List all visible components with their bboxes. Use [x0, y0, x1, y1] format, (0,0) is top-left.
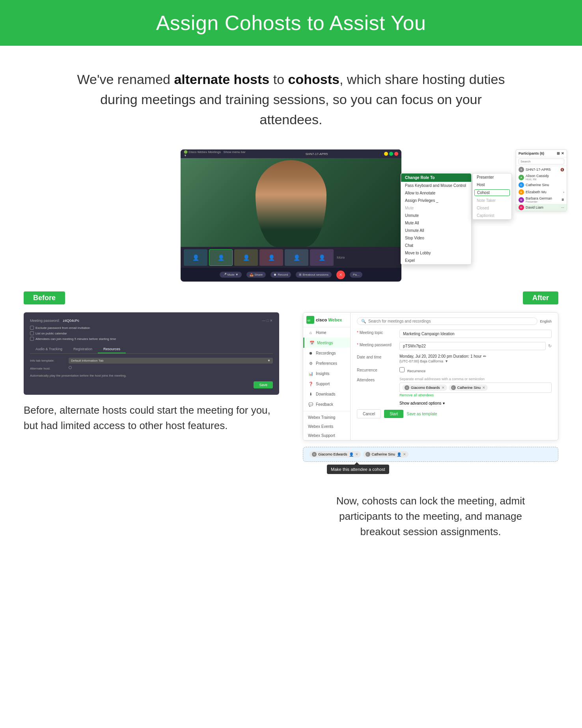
menu-item-assign-priv[interactable]: Assign Privileges _ [401, 197, 471, 204]
submenu-cohost[interactable]: Cohost [474, 189, 510, 196]
end-button[interactable]: ✕ [336, 271, 345, 279]
save-button[interactable]: Save [254, 381, 273, 388]
recurrence-label: Recurrence [357, 367, 396, 372]
info-tab-value[interactable]: Default Information Tab ▼ [69, 358, 273, 364]
alternate-host-row: Alternate host: [30, 366, 273, 371]
participant-row-5: D David Liam ⋯ [516, 204, 567, 211]
maximize-btn[interactable] [389, 152, 393, 156]
webex-content: ci cisco Webex ⌂ Home 📅 Meetings [303, 313, 558, 440]
nav-feedback[interactable]: 💬 Feedback [303, 399, 350, 409]
avatar-5: D [519, 205, 524, 210]
nav-meetings[interactable]: 📅 Meetings [303, 338, 350, 348]
menu-item-expel[interactable]: Expel [401, 257, 471, 264]
form-actions: Cancel Start Save as template [357, 409, 552, 418]
checkbox-1[interactable] [30, 326, 34, 330]
nav-preferences[interactable]: ⚙ Preferences [303, 358, 350, 368]
cancel-button[interactable]: Cancel [357, 409, 381, 418]
meeting-topic-input[interactable] [399, 330, 552, 338]
start-button[interactable]: Start [384, 410, 403, 418]
thumbnails-bar: 👤 👤 👤 👤 👤 👤 More [181, 247, 401, 268]
intro-bold1: alternate hosts [174, 72, 269, 87]
nav-downloads[interactable]: ⬇ Downloads [303, 389, 350, 399]
meeting-topic-row: * Meeting topic [357, 330, 552, 338]
edit-icon[interactable]: ✏ [483, 354, 486, 358]
submenu-host[interactable]: Host [473, 181, 511, 189]
tab-audio[interactable]: Audio & Tracking [30, 345, 68, 353]
chip-name-catherine-h: Catherine Sinu [372, 452, 395, 456]
meeting-password-input[interactable] [399, 342, 546, 350]
participant-row-4: B Barbara German Presenter 🖥 [516, 196, 567, 204]
more-icon-5[interactable]: ⋯ [561, 206, 564, 209]
insights-icon: 📊 [308, 371, 313, 376]
menu-item-pass-keyboard[interactable]: Pass Keyboard and Mouse Control [401, 182, 471, 189]
participant-name-5: David Liam [526, 205, 543, 209]
thumb-2[interactable]: 👤 [209, 249, 233, 266]
person-icon-c[interactable]: 👤 [397, 452, 401, 457]
participant-name-1: Alison Cassidy Host, Me [526, 174, 549, 181]
search-input[interactable] [368, 319, 533, 323]
record-button[interactable]: ⏺ Record [270, 272, 291, 278]
checkbox-2[interactable] [30, 331, 34, 335]
feedback-icon: 💬 [308, 401, 313, 407]
advanced-toggle[interactable]: Show advanced options ▾ [399, 401, 552, 405]
auto-play-note: Automatically play the presentation befo… [30, 374, 273, 377]
context-menu: Change Role To Pass Keyboard and Mouse C… [401, 173, 472, 265]
submenu-presenter[interactable]: Presenter [473, 174, 511, 181]
role-submenu: Presenter Host Cohost Note Taker Closed … [472, 173, 512, 220]
window-drag-handle: — □ ✕ [262, 319, 273, 323]
chip-icon-giacomo-h: G [312, 452, 317, 457]
nav-home[interactable]: ⌂ Home [303, 327, 350, 338]
search-input[interactable] [519, 159, 564, 164]
radio-button[interactable] [69, 366, 72, 369]
recurrence-checkbox[interactable] [399, 367, 405, 372]
chip-remove-catherine-h[interactable]: ✕ [403, 452, 406, 456]
close-btn[interactable] [394, 152, 398, 156]
nav-webex-support[interactable]: Webex Support [303, 431, 350, 440]
meeting-screenshot-area: 🟢 Cisco Webex Meetings Show menu bar ▼ S… [0, 146, 582, 284]
menu-item-stop-video[interactable]: Stop Video [401, 234, 471, 242]
breakout-button[interactable]: ⊞ Breakout sessions [296, 272, 332, 278]
thumb-5: 👤 [285, 249, 308, 266]
meeting-topbar: 🟢 Cisco Webex Meetings Show menu bar ▼ S… [181, 149, 401, 158]
tab-registration[interactable]: Registration [68, 345, 98, 353]
menu-item-unmute-all[interactable]: Unmute All [401, 227, 471, 234]
timezone-dropdown[interactable]: ▼ [445, 359, 448, 363]
chip-remove-giacomo[interactable]: ✕ [442, 386, 445, 390]
date-time-row: Date and time Monday, Jul 20, 2020 2:00 … [357, 354, 552, 363]
save-template-link[interactable]: Save as template [407, 412, 437, 416]
tab-resources[interactable]: Resources [98, 345, 126, 353]
menu-item-move-lobby[interactable]: Move to Lobby [401, 249, 471, 257]
menu-item-chat[interactable]: Chat [401, 242, 471, 249]
context-menu-header: Change Role To [401, 174, 471, 182]
person-icon[interactable]: 👤 [349, 452, 354, 457]
nav-insights[interactable]: 📊 Insights [303, 368, 350, 379]
meeting-logo-text: 🟢 Cisco Webex Meetings Show menu bar ▼ [184, 150, 249, 157]
participants-search[interactable] [516, 157, 567, 166]
show-advanced-text: Show advanced options [399, 401, 441, 405]
nav-feedback-label: Feedback [316, 402, 333, 407]
nav-webex-training[interactable]: Webex Training [303, 413, 350, 422]
minimize-btn[interactable] [384, 152, 388, 156]
nav-webex-events[interactable]: Webex Events [303, 422, 350, 431]
mute-button[interactable]: 🎤 Mute ▼ [220, 272, 242, 278]
menu-item-mute-all[interactable]: Mute All [401, 219, 471, 227]
after-panel: After ci cisco Webex ⌂ Home [303, 291, 558, 555]
date-text: Monday, Jul 20, 2020 2:00 pm Duration: 1… [399, 354, 481, 358]
checkbox-3[interactable] [30, 337, 34, 341]
remove-all-link[interactable]: Remove all attendees [399, 393, 434, 397]
share-button[interactable]: 📤 Share [246, 272, 266, 278]
show-advanced-row: Show advanced options ▾ [357, 401, 552, 405]
menu-item-unmute[interactable]: Unmute [401, 212, 471, 219]
refresh-icon[interactable]: ↻ [548, 343, 552, 349]
recurrence-text: Recurrence [407, 369, 426, 373]
nav-support[interactable]: ❓ Support [303, 379, 350, 389]
language-selector[interactable]: English [540, 319, 552, 323]
intro-text-middle: to [269, 72, 288, 87]
save-button-row: Save [30, 381, 273, 388]
menu-item-annotate[interactable]: Allow to Annotate [401, 189, 471, 197]
chip-remove-catherine[interactable]: ✕ [482, 386, 485, 390]
participants-button[interactable]: Pa... [350, 272, 362, 278]
chip-catherine: C Catherine Sinu ✕ [449, 385, 488, 391]
nav-recordings[interactable]: ⏺ Recordings [303, 348, 350, 358]
chip-remove-giacomo-h[interactable]: ✕ [355, 452, 358, 456]
